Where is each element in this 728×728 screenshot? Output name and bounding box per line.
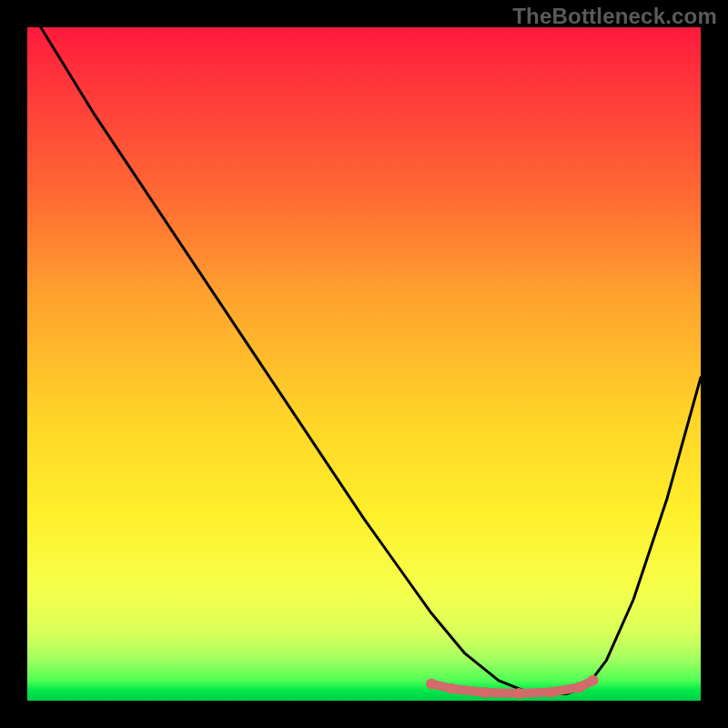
chart-root: TheBottleneck.com xyxy=(0,0,728,728)
highlight-dot xyxy=(547,686,558,697)
bottleneck-curve xyxy=(41,27,701,694)
highlight-dot xyxy=(446,683,457,694)
highlight-dot xyxy=(574,682,585,693)
highlight-dot xyxy=(588,675,599,686)
plot-area xyxy=(27,27,701,701)
watermark-text: TheBottleneck.com xyxy=(512,4,717,29)
highlight-dot xyxy=(480,687,490,698)
curve-layer xyxy=(27,27,701,701)
highlight-dot xyxy=(426,679,437,690)
highlight-dot xyxy=(513,688,524,699)
